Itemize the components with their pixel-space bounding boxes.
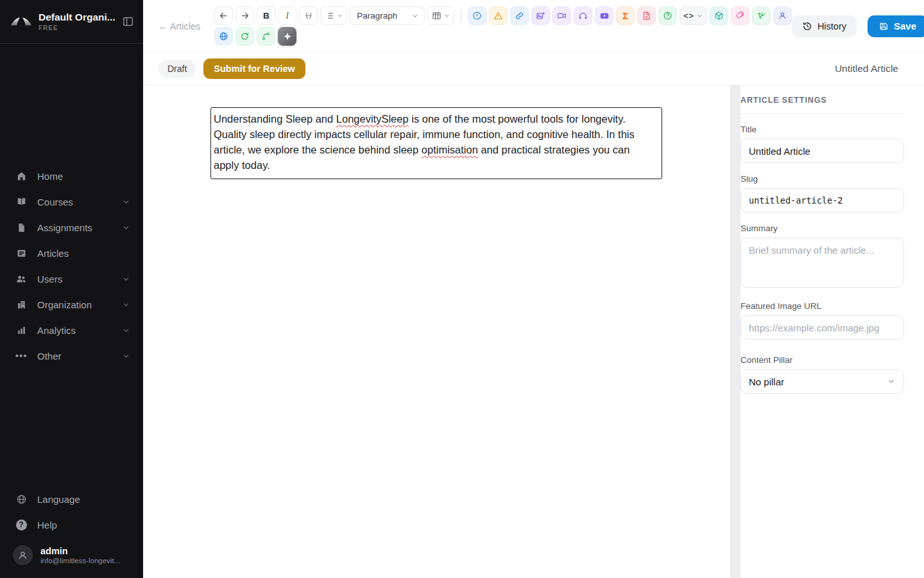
slug-label: Slug — [740, 174, 904, 184]
main-area: ← Articles B I U Paragraph — [143, 0, 924, 578]
ai-assistant-button[interactable] — [278, 27, 296, 46]
undo-button[interactable] — [214, 6, 233, 25]
italic-button[interactable]: I — [278, 6, 296, 25]
insert-image-button[interactable] — [531, 6, 550, 25]
sidebar-item-other[interactable]: ••• Other — [0, 343, 143, 369]
sidebar-item-articles[interactable]: Articles — [0, 240, 143, 266]
chevron-down-icon — [122, 352, 130, 360]
sidebar-footer: Language ? Help admin info@limitless-lon… — [0, 486, 143, 578]
org-plan-badge: FREE — [38, 24, 116, 32]
insert-quiz-button[interactable] — [658, 6, 677, 25]
list-menu-button[interactable] — [320, 6, 347, 25]
status-badge: Draft — [158, 60, 196, 78]
misspelled-word: optimisation — [422, 144, 478, 155]
branch-button[interactable] — [257, 27, 275, 46]
back-to-articles-link[interactable]: ← Articles — [158, 21, 200, 31]
editor-toolbar: ← Articles B I U Paragraph — [143, 0, 924, 53]
tags-button[interactable] — [731, 6, 749, 25]
submit-for-review-button[interactable]: Submit for Review — [203, 58, 305, 79]
summary-textarea[interactable] — [740, 238, 904, 288]
globe-icon — [15, 494, 27, 505]
sidebar-item-help[interactable]: ? Help — [0, 512, 143, 538]
workspace: Understanding Sleep and LongevitySleep i… — [143, 85, 924, 578]
content-pillar-select[interactable]: No pillar — [740, 369, 904, 394]
assignment-icon — [15, 222, 27, 233]
insert-embed-button[interactable] — [710, 6, 728, 25]
translate-button[interactable] — [214, 27, 233, 46]
editor-scrollbar[interactable] — [730, 85, 740, 578]
refresh-button[interactable] — [235, 27, 254, 46]
bar-chart-icon — [15, 325, 27, 336]
insert-audio-button[interactable] — [574, 6, 592, 25]
history-icon — [802, 21, 812, 31]
content-pillar-label: Content Pillar — [740, 355, 904, 365]
toolbar-row-2 — [214, 27, 792, 46]
author-button[interactable] — [773, 6, 792, 25]
article-settings-panel: ARTICLE SETTINGS Title Slug Summary Feat… — [740, 85, 924, 578]
top-actions: History Save — [792, 15, 924, 37]
insert-formula-button[interactable]: Σ — [616, 6, 635, 25]
featured-image-url-input[interactable] — [740, 315, 904, 340]
insert-document-button[interactable] — [637, 6, 656, 25]
table-menu-button[interactable] — [427, 6, 454, 25]
user-name: admin — [40, 546, 120, 557]
slug-input[interactable] — [740, 188, 904, 213]
toolbar-row-1: B I U Paragraph — [214, 6, 792, 25]
users-icon — [15, 274, 27, 285]
summary-label: Summary — [740, 223, 904, 233]
chevron-down-icon — [122, 326, 130, 335]
paragraph-text: Understanding Sleep and — [214, 113, 336, 125]
code-block-menu-button[interactable]: <> — [680, 6, 707, 25]
callout-info-button[interactable] — [468, 6, 486, 25]
sidebar-item-organization[interactable]: Organization — [0, 292, 143, 317]
article-icon — [15, 248, 27, 259]
org-name: Default Organi... — [38, 12, 116, 22]
chevron-down-icon — [122, 275, 130, 283]
sidebar-collapse-icon[interactable] — [122, 15, 134, 28]
sidebar-item-courses[interactable]: Courses — [0, 189, 143, 215]
ellipsis-icon: ••• — [15, 353, 27, 359]
document-title: Untitled Article — [835, 63, 898, 74]
save-icon — [878, 21, 889, 31]
org-logo-icon — [10, 15, 32, 28]
save-button[interactable]: Save — [868, 15, 924, 37]
bold-button[interactable]: B — [257, 6, 275, 25]
avatar — [13, 545, 33, 565]
home-icon — [15, 171, 27, 182]
title-label: Title — [740, 125, 904, 134]
title-input[interactable] — [740, 139, 904, 163]
user-menu[interactable]: admin info@limitless-longevit... — [0, 538, 143, 572]
history-button[interactable]: History — [792, 15, 857, 37]
paragraph-style-select[interactable]: Paragraph — [350, 6, 425, 25]
misspelled-word: LongevitySleep — [336, 113, 409, 125]
chevron-down-icon — [122, 301, 130, 309]
chevron-down-icon — [122, 198, 130, 206]
user-email: info@limitless-longevit... — [40, 557, 120, 565]
sidebar-item-analytics[interactable]: Analytics — [0, 317, 143, 343]
chevron-down-icon — [122, 223, 130, 232]
editor-canvas[interactable]: Understanding Sleep and LongevitySleep i… — [143, 85, 730, 578]
strikethrough-button[interactable]: U — [299, 6, 318, 25]
featured-image-url-label: Featured Image URL — [740, 301, 904, 311]
toolbar-divider — [461, 9, 461, 23]
building-icon — [15, 299, 27, 310]
interactive-element-button[interactable] — [752, 6, 771, 25]
sidebar-item-assignments[interactable]: Assignments — [0, 215, 143, 240]
help-icon: ? — [15, 520, 27, 530]
chevron-down-icon — [887, 377, 896, 386]
sidebar-nav: Home Courses Assignments Articles — [0, 44, 143, 486]
sidebar: Default Organi... FREE Home Courses — [0, 0, 143, 578]
redo-button[interactable] — [235, 6, 254, 25]
insert-video-button[interactable] — [552, 6, 571, 25]
callout-warning-button[interactable] — [489, 6, 508, 25]
sidebar-item-users[interactable]: Users — [0, 266, 143, 292]
book-icon — [15, 197, 27, 207]
article-status-bar: Draft Submit for Review Untitled Article — [143, 53, 924, 85]
editor-paragraph[interactable]: Understanding Sleep and LongevitySleep i… — [210, 107, 662, 179]
link-button[interactable] — [510, 6, 529, 25]
org-switcher[interactable]: Default Organi... FREE — [0, 0, 143, 44]
sidebar-item-language[interactable]: Language — [0, 486, 143, 512]
insert-youtube-button[interactable] — [595, 6, 613, 25]
sidebar-item-home[interactable]: Home — [0, 163, 143, 189]
settings-heading: ARTICLE SETTINGS — [740, 85, 904, 114]
